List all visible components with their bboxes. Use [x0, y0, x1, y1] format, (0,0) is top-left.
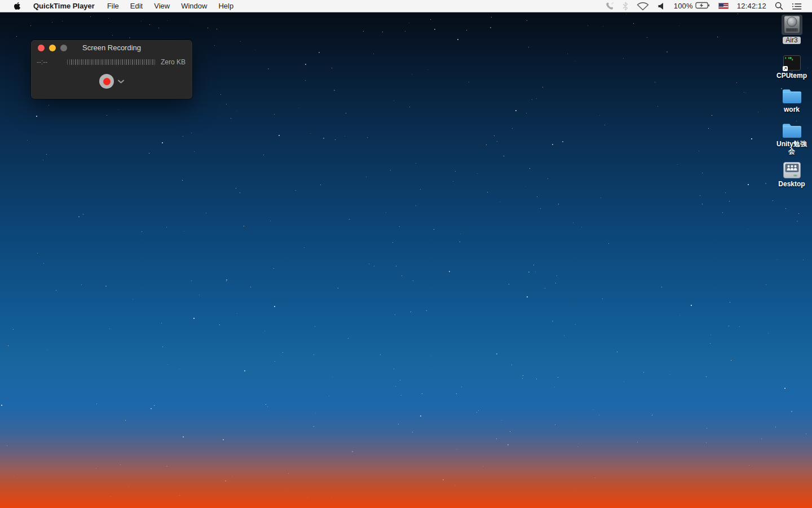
star	[394, 100, 394, 101]
spotlight-search-icon[interactable]	[775, 2, 783, 10]
star	[699, 151, 699, 151]
star	[304, 247, 304, 248]
apple-icon	[14, 2, 21, 10]
star	[149, 153, 149, 154]
star	[422, 393, 422, 394]
star	[729, 326, 729, 326]
icon-label: work	[784, 106, 800, 113]
star	[661, 287, 662, 287]
wifi-icon[interactable]	[637, 2, 649, 11]
record-button[interactable]	[99, 74, 114, 89]
star	[626, 14, 626, 14]
input-source-flag[interactable]	[718, 3, 729, 9]
menu-window[interactable]: Window	[175, 0, 213, 12]
star	[558, 377, 558, 378]
star	[536, 379, 537, 379]
menu-help[interactable]: Help	[213, 0, 239, 12]
star	[158, 28, 159, 28]
star	[346, 113, 346, 113]
desktop-icon-unity[interactable]: Unity勉強会	[775, 119, 809, 155]
star	[434, 29, 435, 30]
star	[275, 361, 275, 362]
notification-center-icon[interactable]	[792, 2, 802, 10]
star	[679, 25, 679, 26]
star	[486, 144, 487, 145]
volume-icon[interactable]	[657, 2, 665, 10]
star	[8, 345, 8, 346]
apple-menu[interactable]	[8, 0, 27, 12]
star	[545, 288, 545, 288]
star	[330, 474, 331, 474]
star	[456, 393, 457, 394]
window-titlebar[interactable]: Screen Recording	[31, 40, 192, 56]
star	[273, 268, 274, 269]
star	[575, 61, 576, 62]
star	[315, 413, 316, 413]
star	[601, 198, 601, 198]
star	[7, 445, 7, 446]
star	[27, 140, 28, 141]
star	[806, 433, 806, 434]
star	[496, 353, 497, 354]
star	[525, 186, 526, 187]
chevron-down-icon[interactable]	[118, 80, 124, 84]
desktop-icon-work[interactable]: work	[775, 84, 809, 113]
star	[511, 365, 512, 365]
star	[217, 29, 217, 29]
bluetooth-icon[interactable]	[623, 2, 628, 11]
star	[528, 47, 529, 47]
menu-bar-clock[interactable]: 12:42:12	[737, 2, 766, 10]
star	[112, 35, 113, 36]
star	[535, 271, 536, 272]
star	[120, 465, 121, 465]
star	[335, 139, 336, 140]
star	[240, 192, 240, 193]
star	[226, 281, 227, 282]
star	[394, 369, 394, 369]
menu-file[interactable]: File	[102, 0, 125, 12]
desktop-icon-air3[interactable]: Air3	[775, 15, 809, 44]
star	[455, 485, 456, 485]
star	[748, 184, 749, 185]
star	[250, 287, 251, 287]
star	[478, 410, 479, 411]
star	[624, 382, 624, 382]
menu-edit[interactable]: Edit	[125, 0, 148, 12]
star	[36, 116, 37, 117]
desktop-wallpaper: QuickTime Player File Edit View Window H…	[0, 0, 812, 508]
star	[532, 99, 532, 100]
star	[555, 424, 555, 425]
app-menu-title[interactable]: QuickTime Player	[27, 0, 102, 12]
star	[604, 125, 605, 125]
star	[133, 299, 133, 300]
star	[46, 154, 47, 155]
star	[773, 200, 773, 201]
star	[386, 212, 386, 213]
battery-status[interactable]: 100%	[674, 2, 710, 11]
desktop-icon-cputemp[interactable]: ▘▝▀▖ CPUtemp	[775, 50, 809, 80]
star	[749, 465, 749, 466]
star	[161, 323, 162, 323]
star	[323, 138, 324, 139]
star	[702, 204, 703, 204]
star	[431, 356, 431, 356]
star	[395, 386, 396, 387]
star	[191, 281, 192, 281]
star	[679, 315, 680, 316]
star	[380, 354, 381, 355]
star	[461, 387, 462, 387]
star	[142, 231, 142, 232]
phone-icon[interactable]	[605, 2, 614, 11]
star	[409, 107, 410, 107]
desktop-icon-desktop-drive[interactable]: Desktop	[775, 159, 809, 188]
menu-view[interactable]: View	[148, 0, 175, 12]
star	[567, 54, 568, 54]
star	[602, 299, 603, 299]
star	[264, 331, 265, 331]
star	[427, 69, 428, 70]
star	[392, 242, 393, 243]
star	[443, 479, 444, 480]
star	[730, 302, 730, 303]
star	[460, 234, 461, 234]
star	[56, 290, 56, 291]
